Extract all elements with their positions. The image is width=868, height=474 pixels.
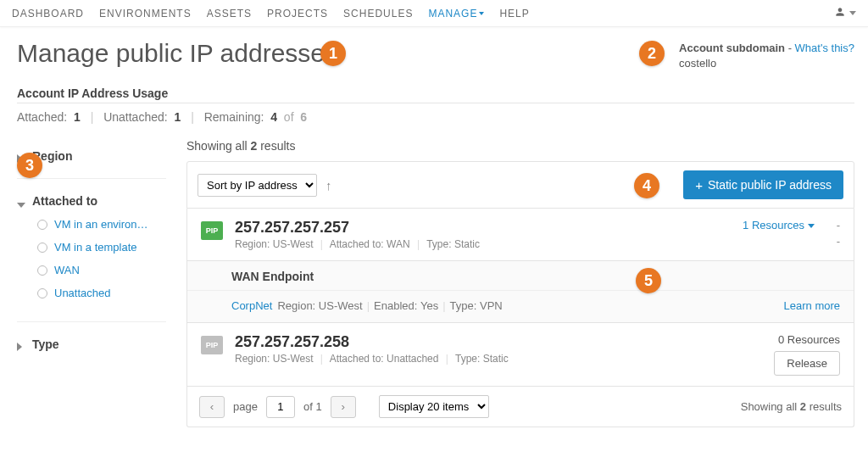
chevron-down-icon: [17, 197, 25, 205]
pip-badge: PIP: [201, 336, 223, 354]
usage-line: Attached: 1 | Unattached: 1 | Remaining:…: [17, 110, 854, 124]
top-nav: DASHBOARD ENVIRONMENTS ASSETS PROJECTS S…: [0, 0, 868, 27]
resources-link[interactable]: 1 Resources: [743, 219, 818, 231]
subdomain-whats-this-link[interactable]: What's this?: [795, 42, 854, 54]
page-input[interactable]: [266, 396, 295, 418]
facet-type[interactable]: Type: [17, 334, 166, 354]
radio-icon: [37, 265, 47, 276]
page-label: page: [233, 400, 258, 413]
sort-direction-asc[interactable]: ↑: [326, 178, 332, 192]
results-summary-bottom: Showing all 2 results: [741, 400, 842, 413]
ip-meta: Region: US-West | Attached to: WAN | Typ…: [235, 238, 709, 250]
chevron-right-icon: [17, 340, 25, 349]
user-menu[interactable]: [834, 6, 856, 20]
chevron-down-icon: [479, 12, 484, 15]
ip-row: PIP 257.257.257.257 Region: US-West | At…: [186, 209, 854, 261]
endpoint-name-link[interactable]: CorpNet: [231, 299, 272, 312]
radio-icon: [37, 220, 47, 230]
nav-dashboard[interactable]: DASHBOARD: [12, 8, 84, 20]
ip-row: PIP 257.257.257.258 Region: US-West | At…: [186, 323, 854, 387]
subdomain-label: Account subdomain: [679, 42, 785, 54]
pip-badge: PIP: [201, 221, 223, 240]
plus-icon: +: [695, 179, 703, 192]
facet-option-vm-template[interactable]: VM in a template: [37, 241, 166, 254]
display-count-select[interactable]: Display 20 items: [379, 395, 489, 418]
learn-more-link[interactable]: Learn more: [784, 299, 840, 312]
add-static-ip-button[interactable]: + Static public IP address: [683, 170, 843, 199]
callout-2: 2: [639, 41, 665, 66]
results-summary-top: Showing all 2 results: [186, 139, 854, 153]
page-next-button[interactable]: ›: [331, 396, 356, 418]
ip-meta: Region: US-West | Attached to: Unattache…: [235, 353, 709, 365]
page-title: Manage public IP addresses: [17, 39, 337, 68]
chevron-down-icon: [808, 224, 815, 228]
facet-sidebar: Region Attached to VM in an environ… VM …: [17, 139, 166, 427]
sort-select[interactable]: Sort by IP address: [198, 174, 317, 197]
facet-option-vm-environ[interactable]: VM in an environ…: [37, 218, 166, 231]
nav-assets[interactable]: ASSETS: [207, 8, 252, 20]
chevron-down-icon: [849, 11, 856, 15]
nav-schedules[interactable]: SCHEDULES: [343, 8, 413, 20]
account-subdomain: Account subdomain - What's this? costell…: [679, 41, 854, 71]
facet-option-wan[interactable]: WAN: [37, 264, 166, 276]
callout-1: 1: [320, 41, 346, 66]
page-prev-button[interactable]: ‹: [199, 396, 225, 418]
callout-5: 5: [636, 268, 661, 293]
endpoint-header: WAN Endpoint: [187, 261, 854, 291]
radio-icon: [37, 288, 47, 298]
subdomain-value: costello: [679, 56, 854, 71]
facet-attached-to[interactable]: Attached to: [17, 191, 166, 211]
ip-address: 257.257.257.258: [235, 333, 709, 351]
usage-section-label: Account IP Address Usage: [17, 86, 854, 100]
nav-manage[interactable]: MANAGE: [428, 8, 484, 20]
ip-address: 257.257.257.257: [235, 219, 709, 237]
facet-option-unattached[interactable]: Unattached: [37, 287, 166, 299]
pager: ‹ page of 1 › Display 20 items Showing a…: [186, 387, 854, 427]
nav-environments[interactable]: ENVIRONMENTS: [99, 8, 192, 20]
callout-4: 4: [634, 173, 659, 198]
callout-3: 3: [17, 153, 42, 178]
nav-projects[interactable]: PROJECTS: [267, 8, 328, 20]
release-button[interactable]: Release: [774, 351, 840, 376]
user-icon: [834, 6, 846, 20]
wan-endpoint-block: WAN Endpoint CorpNet Region: US-West | E…: [186, 261, 854, 323]
nav-help[interactable]: HELP: [499, 8, 529, 20]
results-toolbar: Sort by IP address ↑ + Static public IP …: [186, 161, 854, 209]
radio-icon: [37, 243, 47, 253]
resources-count: 0 Resources: [721, 333, 840, 346]
